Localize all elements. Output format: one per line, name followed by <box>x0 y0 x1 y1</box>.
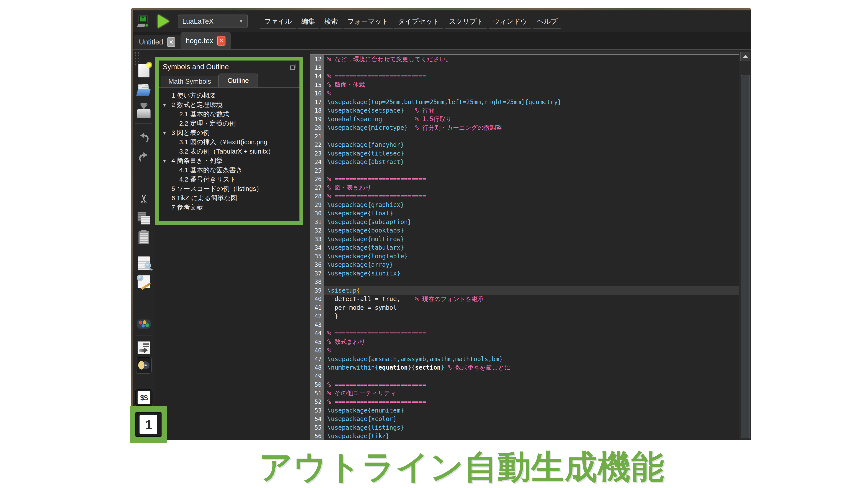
code-line-26[interactable]: 26% ========================= <box>310 175 739 184</box>
code-text[interactable]: \usepackage{booktabs} <box>324 226 739 235</box>
code-line-17[interactable]: 17\usepackage[top=25mm,bottom=25mm,left=… <box>310 98 739 106</box>
code-text[interactable]: \onehalfspacing % 1.5行取り <box>324 115 739 124</box>
outline-item-4-1[interactable]: 4.1 基本的な箇条書き <box>159 165 300 175</box>
undo-button[interactable] <box>136 130 152 146</box>
panel-tab-outline[interactable]: Outline <box>218 73 258 88</box>
paste-button[interactable] <box>136 230 152 246</box>
code-text[interactable]: % ========================= <box>324 397 739 406</box>
outline-item-4-2[interactable]: 4.2 番号付きリスト <box>159 175 300 184</box>
new-file-button[interactable] <box>136 63 152 78</box>
code-text[interactable]: \usepackage{microtype} % 行分割・カーニングの微調整 <box>324 123 739 132</box>
code-text[interactable]: \usepackage{longtable} <box>324 252 739 261</box>
menu-item-4[interactable]: タイプセット <box>394 14 443 29</box>
redo-button[interactable] <box>136 150 152 165</box>
outline-item-5[interactable]: 5 ソースコードの例（listings） <box>159 184 300 193</box>
code-line-42[interactable]: 42 } <box>310 312 739 321</box>
float-panel-icon[interactable] <box>290 64 296 70</box>
menu-item-1[interactable]: 編集 <box>298 14 319 29</box>
code-line-35[interactable]: 35\usepackage{longtable} <box>310 252 739 261</box>
code-text[interactable]: \usepackage{amsmath,amssymb,amsthm,matht… <box>324 355 739 363</box>
code-text[interactable]: \usepackage{graphicx} <box>324 201 739 209</box>
code-line-54[interactable]: 54\usepackage{xcolor} <box>310 415 739 423</box>
code-editor[interactable]: 12% など，環境に合わせて変更してください。1314% ===========… <box>310 51 739 440</box>
code-line-53[interactable]: 53\usepackage{enumitem} <box>310 406 739 415</box>
code-text[interactable]: \numberwithin{equation}{section} % 数式番号を… <box>324 363 739 372</box>
code-line-16[interactable]: 16% ========================= <box>310 89 739 98</box>
code-text[interactable]: % など，環境に合わせて変更してください。 <box>324 55 739 64</box>
code-text[interactable] <box>324 166 739 175</box>
code-line-21[interactable]: 21 <box>310 132 739 141</box>
chevron-expand-icon[interactable]: ▾ <box>163 158 166 164</box>
code-text[interactable]: \usepackage{xcolor} <box>324 415 739 423</box>
code-text[interactable]: \usepackage{setspace} % 行間 <box>324 106 739 115</box>
code-text[interactable]: \usepackage{fancyhdr} <box>324 140 739 149</box>
code-text[interactable] <box>324 372 739 381</box>
outline-item-7[interactable]: 7 参考文献 <box>159 203 300 212</box>
code-text[interactable]: \usepackage{enumitem} <box>324 406 739 415</box>
code-text[interactable] <box>324 132 739 141</box>
code-line-13[interactable]: 13 <box>310 64 739 72</box>
engine-dropdown[interactable]: LuaLaTeX ▼ <box>178 14 248 28</box>
code-line-37[interactable]: 37\usepackage{siunitx} <box>310 269 739 278</box>
code-text[interactable] <box>324 321 739 329</box>
code-text[interactable]: \usepackage{siunitx} <box>324 269 739 278</box>
menu-item-7[interactable]: ヘルプ <box>533 14 561 29</box>
vertical-scrollbar[interactable] <box>739 51 751 440</box>
code-line-32[interactable]: 32\usepackage{booktabs} <box>310 226 739 235</box>
code-text[interactable]: \sisetup{ <box>324 286 739 295</box>
save-button[interactable] <box>136 104 152 120</box>
outline-item-6[interactable]: 6 TikZ による簡単な図 <box>159 193 300 203</box>
code-line-24[interactable]: 24\usepackage{abstract} <box>310 158 739 166</box>
code-line-46[interactable]: 46% ========================= <box>310 346 739 355</box>
tab-hoge-tex[interactable]: hoge.tex✕ <box>181 32 231 49</box>
code-text[interactable]: % ========================= <box>324 192 739 201</box>
code-text[interactable]: per-mode = symbol <box>324 303 739 312</box>
dark-mode-button[interactable] <box>136 357 152 373</box>
code-line-38[interactable]: 38 <box>310 278 739 286</box>
colors-button[interactable] <box>136 316 152 332</box>
code-line-20[interactable]: 20\usepackage{microtype} % 行分割・カーニングの微調整 <box>310 123 739 132</box>
code-text[interactable]: \usepackage{multirow} <box>324 235 739 243</box>
code-line-48[interactable]: 48\numberwithin{equation}{section} % 数式番… <box>310 363 739 372</box>
code-text[interactable]: \usepackage{listings} <box>324 423 739 432</box>
code-text[interactable] <box>324 64 739 72</box>
outline-item-1[interactable]: 1 使い方の概要 <box>159 91 300 100</box>
code-line-30[interactable]: 30\usepackage{float} <box>310 209 739 218</box>
code-text[interactable]: % ========================= <box>324 346 739 355</box>
code-line-50[interactable]: 50% ========================= <box>310 381 739 389</box>
code-text[interactable]: \usepackage{titlesec} <box>324 149 739 158</box>
code-text[interactable]: \usepackage{tikz} <box>324 432 739 440</box>
copy-button[interactable] <box>136 210 152 226</box>
code-line-41[interactable]: 41 per-mode = symbol <box>310 303 739 312</box>
find-button[interactable] <box>136 255 152 271</box>
open-file-button[interactable] <box>136 83 152 98</box>
code-text[interactable]: detect-all = true, % 現在のフォントを継承 <box>324 295 739 303</box>
code-line-15[interactable]: 15% 版面・体裁 <box>310 81 739 89</box>
chevron-expand-icon[interactable]: ▾ <box>163 130 166 136</box>
code-text[interactable]: % ========================= <box>324 72 739 81</box>
code-line-14[interactable]: 14% ========================= <box>310 72 739 81</box>
code-line-55[interactable]: 55\usepackage{listings} <box>310 423 739 432</box>
outline-item-3-1[interactable]: 3.1 図の挿入（¥texttt{icon.png <box>159 137 300 147</box>
code-line-34[interactable]: 34\usepackage{tabularx} <box>310 243 739 252</box>
code-line-27[interactable]: 27% 図・表まわり <box>310 184 739 192</box>
code-text[interactable]: % ========================= <box>324 381 739 389</box>
code-text[interactable]: \usepackage{tabularx} <box>324 243 739 252</box>
code-line-22[interactable]: 22\usepackage{fancyhdr} <box>310 140 739 149</box>
tab-untitled[interactable]: Untitled✕ <box>134 35 181 49</box>
code-line-56[interactable]: 56\usepackage{tikz} <box>310 432 739 440</box>
chevron-expand-icon[interactable]: ▾ <box>163 102 166 108</box>
code-line-52[interactable]: 52% ========================= <box>310 397 739 406</box>
menu-item-0[interactable]: ファイル <box>260 14 296 29</box>
code-line-36[interactable]: 36\usepackage{array} <box>310 260 739 269</box>
code-line-29[interactable]: 29\usepackage{graphicx} <box>310 201 739 209</box>
close-icon[interactable]: ✕ <box>167 37 175 47</box>
code-line-25[interactable]: 25 <box>310 166 739 175</box>
code-text[interactable] <box>324 278 739 286</box>
code-text[interactable]: \usepackage{subcaption} <box>324 218 739 226</box>
code-line-45[interactable]: 45% 数式まわり <box>310 338 739 346</box>
cut-button[interactable]: ✂ <box>136 191 152 206</box>
code-text[interactable]: % 版面・体裁 <box>324 81 739 89</box>
code-text[interactable]: % ========================= <box>324 175 739 184</box>
numbered-list-button[interactable]: 1 <box>135 412 162 437</box>
